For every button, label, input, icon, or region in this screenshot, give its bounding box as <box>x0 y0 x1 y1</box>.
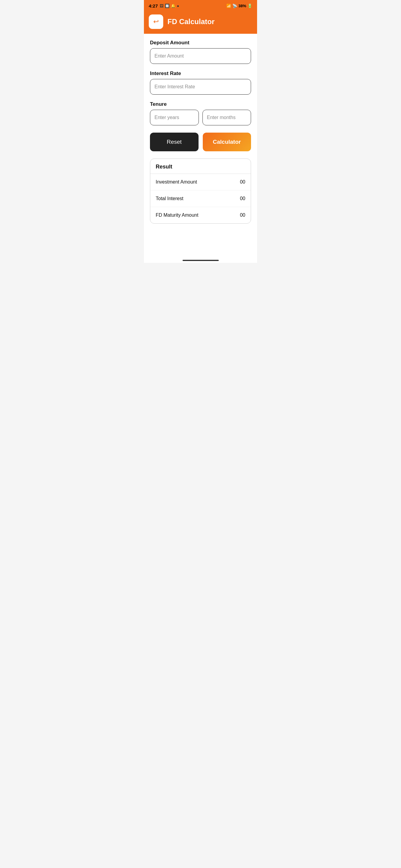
tenure-inputs-row <box>150 110 251 125</box>
status-bar-left: 4:27 🖼 🔲 🔔 ● <box>149 3 179 8</box>
battery-icon: 🔋 <box>248 4 252 8</box>
interest-rate-label: Interest Rate <box>150 70 251 76</box>
status-time: 4:27 <box>149 3 158 8</box>
tenure-section: Tenure <box>150 101 251 125</box>
back-icon: ↩ <box>153 18 159 26</box>
calculator-button[interactable]: Calculator <box>203 133 251 151</box>
tenure-years-input[interactable] <box>150 110 199 125</box>
main-content: Deposit Amount Interest Rate Tenure Rese… <box>144 34 257 257</box>
status-icons: 🖼 🔲 🔔 ● <box>160 4 179 8</box>
deposit-amount-section: Deposit Amount <box>150 40 251 69</box>
home-indicator <box>144 257 257 263</box>
tenure-months-input[interactable] <box>202 110 251 125</box>
battery-text: 38% <box>238 4 246 8</box>
total-interest-value: 00 <box>240 196 245 201</box>
home-bar <box>182 260 219 261</box>
maturity-amount-row: FD Maturity Amount 00 <box>150 207 251 223</box>
investment-amount-label: Investment Amount <box>156 179 197 185</box>
action-buttons-row: Reset Calculator <box>150 133 251 151</box>
tenure-label: Tenure <box>150 101 251 107</box>
interest-rate-section: Interest Rate <box>150 70 251 100</box>
status-bar-right: 📶 📡 38% 🔋 <box>226 4 252 8</box>
signal-icon: 📡 <box>232 4 237 8</box>
bell-icon: 🔔 <box>171 4 176 8</box>
photo-icon: 🖼 <box>160 4 164 8</box>
reset-button[interactable]: Reset <box>150 133 199 151</box>
interest-rate-input[interactable] <box>150 79 251 95</box>
header-title: FD Calculator <box>168 18 214 26</box>
back-button[interactable]: ↩ <box>149 14 163 29</box>
deposit-amount-label: Deposit Amount <box>150 40 251 46</box>
investment-amount-value: 00 <box>240 179 245 185</box>
dot-icon: ● <box>177 4 179 8</box>
result-card: Result Investment Amount 00 Total Intere… <box>150 158 251 224</box>
total-interest-row: Total Interest 00 <box>150 190 251 207</box>
total-interest-label: Total Interest <box>156 196 183 201</box>
result-title: Result <box>150 159 251 174</box>
wifi-icon: 📶 <box>226 4 231 8</box>
maturity-amount-label: FD Maturity Amount <box>156 213 198 218</box>
deposit-amount-input[interactable] <box>150 48 251 64</box>
app-header: ↩ FD Calculator <box>144 11 257 34</box>
investment-amount-row: Investment Amount 00 <box>150 174 251 190</box>
app-icon: 🔲 <box>165 4 170 8</box>
maturity-amount-value: 00 <box>240 213 245 218</box>
status-bar: 4:27 🖼 🔲 🔔 ● 📶 📡 38% 🔋 <box>144 0 257 11</box>
